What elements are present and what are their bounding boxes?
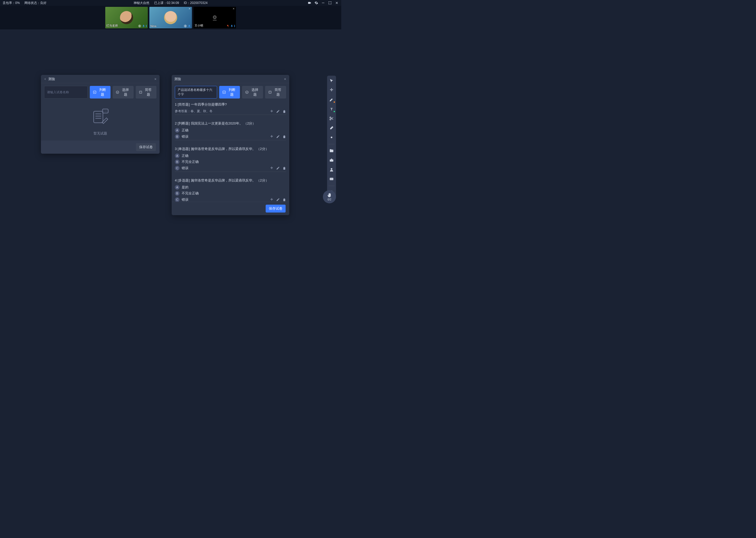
eraser-tool[interactable]: [329, 125, 334, 131]
svg-point-32: [331, 179, 332, 180]
add-judge-button[interactable]: 判断题: [219, 86, 240, 98]
empty-text: 暂无试题: [93, 131, 107, 136]
network-status: 网络状态：良好: [24, 1, 46, 5]
question-item: 1 [简答题] 一年四季分别是哪四季? 参考答案：春、夏、秋、冬: [175, 102, 286, 115]
svg-point-2: [139, 26, 140, 27]
svg-point-29: [331, 168, 332, 170]
save-paper-button[interactable]: 保存试卷: [266, 205, 286, 213]
mic-status: [226, 25, 235, 27]
video-tile-student-2[interactable]: 王小明: [193, 7, 236, 28]
svg-point-4: [185, 26, 186, 27]
back-icon[interactable]: [44, 78, 47, 81]
panel-header: 测验: [172, 75, 289, 83]
video-row: 叮当老师 Nina 王小明: [0, 6, 341, 29]
edit-icon[interactable]: [276, 135, 280, 138]
add-choice-button[interactable]: 选择题: [242, 86, 263, 98]
svg-point-6: [214, 16, 215, 18]
packet-loss: 丢包率：0%: [3, 1, 20, 5]
delete-icon[interactable]: [282, 198, 286, 201]
move-icon[interactable]: [270, 110, 273, 113]
laser-tool[interactable]: [329, 134, 334, 140]
text-tool[interactable]: T: [329, 106, 334, 112]
svg-point-31: [330, 179, 331, 180]
mic-muted-icon: [226, 25, 229, 27]
empty-state: 暂无试题: [44, 106, 157, 136]
svg-text:T: T: [269, 91, 271, 93]
mic-status: [138, 25, 147, 27]
video-label: 叮当老师: [106, 24, 118, 27]
panel-footer: 保存试卷: [41, 140, 160, 154]
mic-icon: [188, 25, 191, 27]
quiz-panel-empty: 测验 判断题 选择题 T 简答题: [41, 75, 160, 154]
delete-icon[interactable]: [282, 135, 286, 138]
move-icon[interactable]: [270, 198, 273, 201]
close-icon[interactable]: [283, 78, 287, 81]
svg-rect-11: [94, 111, 103, 123]
pen-tool[interactable]: [329, 97, 334, 102]
question-item: 4 [多选题] 施华洛世奇是反华品牌，所以梁鼎琪反华。 （2分） A是的 B不完…: [175, 178, 286, 202]
save-paper-button[interactable]: 保存试卷: [136, 143, 156, 151]
status-bar: 丢包率：0% 网络状态：良好 神秘大自然 已上课：02:34:09 ID：202…: [0, 0, 341, 6]
svg-point-33: [332, 179, 333, 180]
paper-name-display[interactable]: 产品说试卷名称最多十六个字: [175, 86, 217, 98]
hand-count: 0/2: [328, 198, 331, 201]
svg-point-16: [103, 111, 104, 111]
canvas-toolbar: T: [327, 76, 336, 197]
close-icon[interactable]: [154, 78, 157, 81]
toolbox-tool[interactable]: [329, 157, 334, 163]
scissors-tool[interactable]: [329, 116, 334, 121]
delete-icon[interactable]: [282, 166, 286, 170]
settings-icon[interactable]: [314, 1, 318, 5]
move-tool[interactable]: [329, 87, 334, 93]
user-tool[interactable]: [329, 167, 334, 173]
panel-title: 测验: [48, 77, 55, 81]
close-window-icon[interactable]: [335, 1, 339, 5]
svg-point-18: [107, 111, 107, 111]
edit-icon[interactable]: [276, 198, 280, 201]
chat-tool[interactable]: [329, 176, 334, 182]
svg-text:T: T: [330, 107, 333, 111]
svg-point-26: [331, 136, 332, 138]
mic-status: [184, 25, 191, 27]
question-item: 3 [单选题] 施华洛世奇是反华品牌，所以梁鼎琪反华。 （2分） A正确 B不完…: [175, 146, 286, 172]
camera-toggle-icon[interactable]: [307, 1, 311, 5]
question-item: 2 [判断题] 我国宪法上一次更新是在2020年。 （2分） A正确 B错误: [175, 121, 286, 140]
video-tile-student-1[interactable]: Nina: [149, 7, 192, 28]
video-label: 王小明: [195, 24, 203, 27]
minimize-icon[interactable]: [321, 1, 325, 5]
cursor-tool[interactable]: [329, 78, 334, 83]
video-tile-teacher[interactable]: 叮当老师: [105, 7, 148, 28]
svg-rect-0: [322, 3, 324, 3]
mic-icon: [230, 25, 233, 27]
edit-icon[interactable]: [276, 110, 280, 113]
panel-footer: 保存试卷: [172, 202, 289, 215]
panel-title: 测验: [174, 77, 181, 81]
raise-hand-button[interactable]: 0/2: [323, 190, 336, 203]
svg-rect-28: [331, 159, 332, 159]
add-short-button[interactable]: T 简答题: [265, 86, 286, 98]
camera-off-icon: [210, 13, 219, 22]
paper-name-input[interactable]: [44, 86, 88, 98]
video-close-icon[interactable]: [232, 7, 235, 10]
video-label: Nina: [150, 25, 157, 27]
svg-rect-27: [330, 159, 333, 162]
delete-icon[interactable]: [282, 110, 286, 113]
svg-text:T: T: [140, 91, 141, 93]
move-icon[interactable]: [270, 135, 273, 138]
fullscreen-icon[interactable]: [328, 1, 332, 5]
folder-tool[interactable]: [329, 148, 334, 154]
class-id: ID：2020070324: [184, 1, 208, 5]
edit-icon[interactable]: [276, 166, 280, 170]
video-close-icon[interactable]: [188, 7, 191, 10]
add-choice-button[interactable]: 选择题: [113, 86, 133, 98]
move-icon[interactable]: [270, 166, 273, 170]
add-short-button[interactable]: T 简答题: [136, 86, 157, 98]
svg-point-17: [105, 111, 106, 111]
add-judge-button[interactable]: 判断题: [90, 86, 111, 98]
hand-icon: [327, 192, 332, 198]
quiz-panel-edit: 测验 产品说试卷名称最多十六个字 判断题 选择题 T 简答题 1 [简答题] 一…: [172, 75, 289, 215]
mic-icon: [142, 25, 145, 27]
empty-paper-icon: [89, 106, 111, 129]
panel-header: 测验: [41, 75, 160, 83]
elapsed-time: 已上课：02:34:09: [154, 1, 179, 5]
